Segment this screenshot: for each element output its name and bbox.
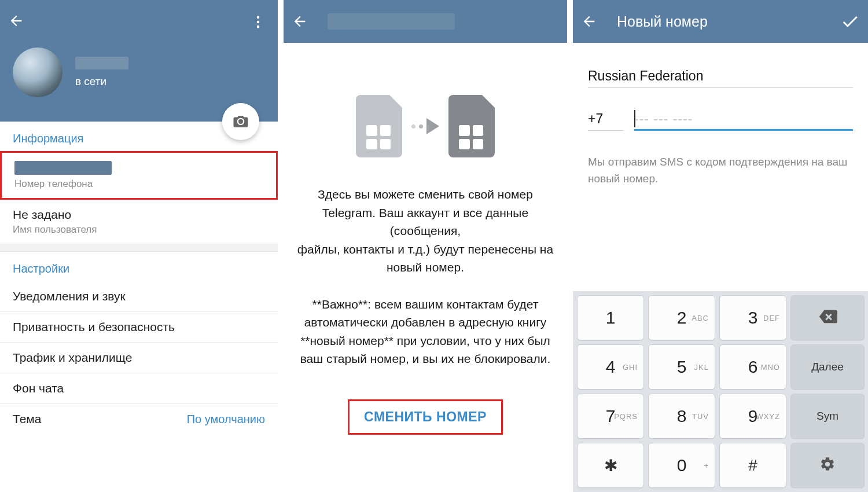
key-1[interactable]: 1 (577, 295, 644, 340)
data-storage-label: Трафик и хранилище (13, 351, 265, 365)
key-7[interactable]: 7PQRS (577, 394, 644, 439)
key-next[interactable]: Далее (790, 344, 865, 390)
avatar[interactable] (13, 47, 62, 97)
avatar-row: в сети (13, 47, 128, 97)
key-2[interactable]: 2ABC (648, 295, 715, 340)
sim-old-icon (356, 95, 402, 157)
phone-number-input-wrap: --- --- ---- (634, 111, 853, 131)
camera-icon (232, 113, 249, 130)
notifications-label: Уведомления и звук (13, 289, 265, 303)
confirm-check-icon[interactable] (840, 12, 860, 31)
change-number-button[interactable]: СМЕНИТЬ НОМЕР (364, 409, 487, 424)
backspace-icon (818, 307, 837, 329)
change-number-button-highlight: СМЕНИТЬ НОМЕР (348, 399, 503, 435)
header-title-redacted (328, 13, 455, 30)
back-arrow-icon[interactable] (581, 13, 597, 30)
country-code-input[interactable] (588, 111, 624, 131)
sim-transfer-illustration (284, 95, 567, 157)
sim-new-icon (448, 95, 495, 157)
username-value: Не задано (13, 208, 265, 222)
camera-fab[interactable] (222, 103, 259, 140)
key-4[interactable]: 4GHI (577, 344, 644, 390)
username-row[interactable]: Не задано Имя пользователя (0, 200, 278, 244)
key-sym[interactable]: Sym (790, 394, 865, 439)
key-6[interactable]: 6MNO (719, 344, 786, 390)
text-cursor (634, 110, 635, 127)
new-number-screen: Новый номер Russian Federation --- --- -… (573, 0, 868, 492)
svg-point-1 (257, 21, 260, 24)
notifications-row[interactable]: Уведомления и звук (0, 281, 278, 312)
change-number-info-screen: Здесь вы можете сменить свой номер Teleg… (284, 0, 567, 492)
key-9[interactable]: 9WXYZ (719, 394, 786, 439)
svg-point-0 (257, 16, 260, 19)
key-settings[interactable] (790, 443, 865, 488)
key-0[interactable]: 0+ (648, 443, 715, 488)
phone-input-row: --- --- ---- (588, 111, 853, 131)
back-arrow-icon[interactable] (8, 13, 24, 29)
country-selector[interactable]: Russian Federation (588, 68, 853, 88)
privacy-row[interactable]: Приватность и безопасность (0, 312, 278, 343)
section-divider (0, 244, 278, 252)
key-3[interactable]: 3DEF (719, 295, 786, 340)
theme-value: По умолчанию (187, 413, 265, 426)
gear-icon (819, 456, 836, 475)
profile-name-redacted (75, 57, 128, 69)
change-number-description: Здесь вы можете сменить свой номер Teleg… (296, 185, 554, 368)
online-status: в сети (75, 75, 128, 88)
phone-number-label: Номер телефона (14, 178, 263, 190)
description-para2: **Важно**: всем вашим контактам будет ав… (296, 295, 554, 368)
arrow-icon (411, 118, 439, 134)
svg-point-2 (257, 25, 260, 28)
key-star[interactable]: ✱ (577, 443, 644, 488)
key-backspace[interactable] (790, 295, 865, 340)
change-number-header (284, 0, 567, 43)
back-arrow-icon[interactable] (292, 13, 308, 30)
numeric-keypad: 1 2ABC 3DEF 4GHI 5JKL 6MNO Далее 7PQRS 8… (573, 291, 868, 492)
new-number-title: Новый номер (617, 13, 708, 30)
sms-hint-text: Мы отправим SMS с кодом подтверждения на… (588, 154, 853, 187)
new-number-header: Новый номер (573, 0, 868, 43)
key-8[interactable]: 8TUV (648, 394, 715, 439)
phone-number-input[interactable] (634, 111, 853, 127)
settings-profile-screen: в сети Информация Номер телефона Не зада… (0, 0, 278, 492)
key-hash[interactable]: # (719, 443, 786, 488)
phone-number-redacted (14, 161, 112, 175)
description-para1: Здесь вы можете сменить свой номер Teleg… (296, 185, 554, 277)
privacy-label: Приватность и безопасность (13, 320, 265, 334)
data-storage-row[interactable]: Трафик и хранилище (0, 343, 278, 373)
chat-wallpaper-row[interactable]: Фон чата (0, 373, 278, 404)
key-5[interactable]: 5JKL (648, 344, 715, 390)
more-icon[interactable] (250, 14, 266, 30)
chat-wallpaper-label: Фон чата (13, 381, 265, 395)
phone-number-row[interactable]: Номер телефона (0, 151, 278, 200)
username-label: Имя пользователя (13, 224, 265, 236)
settings-section-header: Настройки (0, 252, 278, 281)
theme-row[interactable]: Тема По умолчанию (0, 404, 278, 434)
